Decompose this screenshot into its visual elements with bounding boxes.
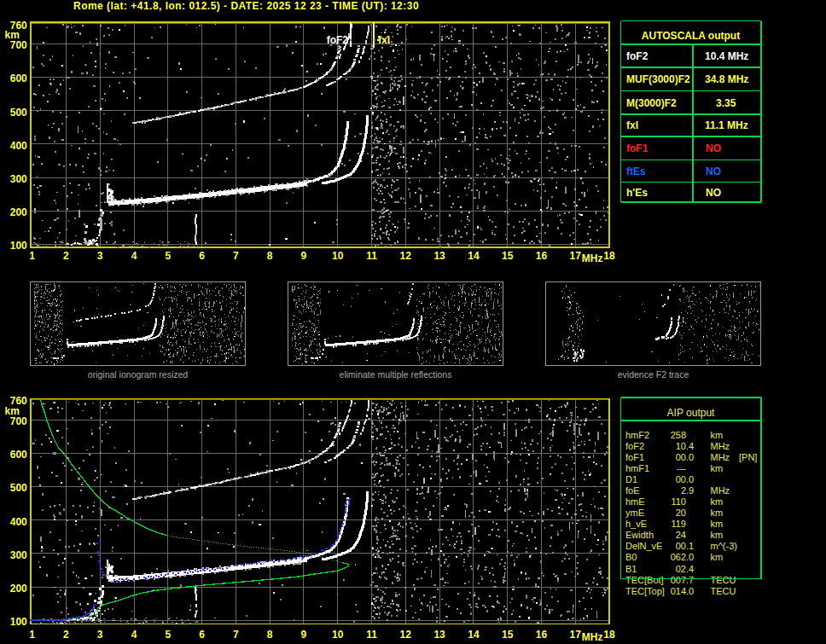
svg-text:5: 5 <box>165 250 171 262</box>
svg-text:MHz: MHz <box>711 452 730 462</box>
svg-text:17: 17 <box>570 250 582 262</box>
svg-text:B0: B0 <box>625 552 637 562</box>
svg-text:3: 3 <box>97 250 103 262</box>
svg-text:7: 7 <box>233 250 239 262</box>
svg-text:fxI: fxI <box>626 119 638 131</box>
svg-text:007: 007 <box>671 575 686 585</box>
svg-text:foF2: foF2 <box>327 34 349 46</box>
svg-text:km: km <box>5 29 20 41</box>
svg-text:foF2: foF2 <box>626 50 649 62</box>
svg-text:18: 18 <box>603 629 615 641</box>
svg-text:13: 13 <box>433 250 445 262</box>
svg-text:12: 12 <box>400 629 412 641</box>
svg-text:km: km <box>711 463 724 473</box>
svg-text:9: 9 <box>301 250 307 262</box>
svg-text:100: 100 <box>10 240 27 252</box>
svg-text:km: km <box>711 508 724 518</box>
svg-text:NO: NO <box>706 165 721 177</box>
svg-text:km: km <box>711 430 724 440</box>
svg-text:3: 3 <box>97 629 103 641</box>
svg-text:110: 110 <box>671 496 686 507</box>
svg-text:.4: .4 <box>686 564 694 574</box>
svg-text:700: 700 <box>10 39 27 51</box>
svg-text:km: km <box>711 530 724 540</box>
svg-text:00: 00 <box>676 541 686 551</box>
svg-text:500: 500 <box>10 107 27 119</box>
svg-text:fxI: fxI <box>378 34 390 46</box>
svg-text:7: 7 <box>233 629 239 641</box>
svg-text:m^(-3): m^(-3) <box>711 541 737 551</box>
svg-text:18: 18 <box>603 250 615 262</box>
svg-text:00: 00 <box>676 452 686 462</box>
svg-text:2: 2 <box>63 629 69 641</box>
svg-text:km: km <box>711 496 724 507</box>
svg-text:D1: D1 <box>625 474 637 484</box>
svg-text:ftEs: ftEs <box>626 165 646 177</box>
svg-text:.9: .9 <box>686 485 694 496</box>
svg-text:10: 10 <box>332 629 344 641</box>
svg-text:Ewidth: Ewidth <box>625 530 654 540</box>
svg-text:---: --- <box>677 463 686 473</box>
svg-text:km: km <box>5 405 20 417</box>
svg-text:02: 02 <box>676 564 686 574</box>
svg-text:14: 14 <box>468 250 480 262</box>
svg-text:5: 5 <box>165 629 171 641</box>
svg-text:h_vE: h_vE <box>625 519 647 529</box>
svg-text:.0: .0 <box>686 452 694 462</box>
svg-text:TECU: TECU <box>711 575 736 585</box>
svg-text:.1: .1 <box>686 541 694 551</box>
svg-text:34.8 MHz: 34.8 MHz <box>705 73 748 85</box>
svg-text:14: 14 <box>468 629 480 641</box>
svg-text:h'Es: h'Es <box>626 187 648 199</box>
svg-text:.0: .0 <box>686 552 694 562</box>
svg-text:km: km <box>711 519 724 529</box>
svg-text:foF2: foF2 <box>625 441 644 451</box>
svg-text:200: 200 <box>10 206 27 218</box>
svg-text:500: 500 <box>10 482 27 494</box>
svg-text:foE: foE <box>625 485 640 496</box>
svg-text:6: 6 <box>199 629 205 641</box>
svg-text:8: 8 <box>267 629 273 641</box>
svg-text:MUF(3000)F2: MUF(3000)F2 <box>626 73 690 85</box>
svg-text:hmF2: hmF2 <box>625 430 649 440</box>
svg-text:NO: NO <box>706 187 721 199</box>
svg-text:.0: .0 <box>686 586 694 596</box>
svg-text:16: 16 <box>536 629 548 641</box>
svg-text:original ionogram resized: original ionogram resized <box>88 369 188 380</box>
svg-text:12: 12 <box>400 250 412 262</box>
svg-text:NO: NO <box>706 142 721 154</box>
svg-text:100: 100 <box>10 616 27 628</box>
svg-text:6: 6 <box>199 250 205 262</box>
svg-text:300: 300 <box>10 549 27 561</box>
svg-text:MHz: MHz <box>582 252 603 264</box>
svg-text:4: 4 <box>131 250 137 262</box>
svg-text:9: 9 <box>301 629 307 641</box>
svg-text:300: 300 <box>10 173 27 185</box>
svg-text:TEC[Top]: TEC[Top] <box>625 586 665 596</box>
svg-text:DelN_vE: DelN_vE <box>625 541 662 551</box>
svg-text:10: 10 <box>332 250 344 262</box>
svg-text:062: 062 <box>671 552 686 562</box>
svg-text:10.4 MHz: 10.4 MHz <box>705 50 748 62</box>
svg-text:11: 11 <box>366 250 377 262</box>
svg-text:3.35: 3.35 <box>716 97 736 109</box>
svg-text:hmF1: hmF1 <box>625 463 649 473</box>
svg-text:11.1 MHz: 11.1 MHz <box>705 119 748 131</box>
svg-text:km: km <box>711 552 724 562</box>
svg-text:[PN]: [PN] <box>739 452 757 462</box>
svg-text:014: 014 <box>671 586 686 596</box>
svg-text:1: 1 <box>29 250 35 262</box>
svg-text:258: 258 <box>671 430 686 440</box>
svg-text:hmE: hmE <box>625 496 645 507</box>
svg-text:eliminate multiple reflections: eliminate multiple reflections <box>340 369 452 380</box>
svg-text:15: 15 <box>502 629 514 641</box>
svg-text:foF1: foF1 <box>626 142 649 154</box>
svg-text:ymE: ymE <box>625 508 644 518</box>
svg-text:MHz: MHz <box>582 631 603 643</box>
svg-text:.7: .7 <box>686 575 694 585</box>
svg-text:AIP output: AIP output <box>667 407 715 419</box>
svg-text:M(3000)F2: M(3000)F2 <box>626 97 677 109</box>
svg-text:.0: .0 <box>686 474 694 484</box>
svg-text:24: 24 <box>676 530 686 540</box>
svg-text:evidence F2 trace: evidence F2 trace <box>618 369 689 380</box>
